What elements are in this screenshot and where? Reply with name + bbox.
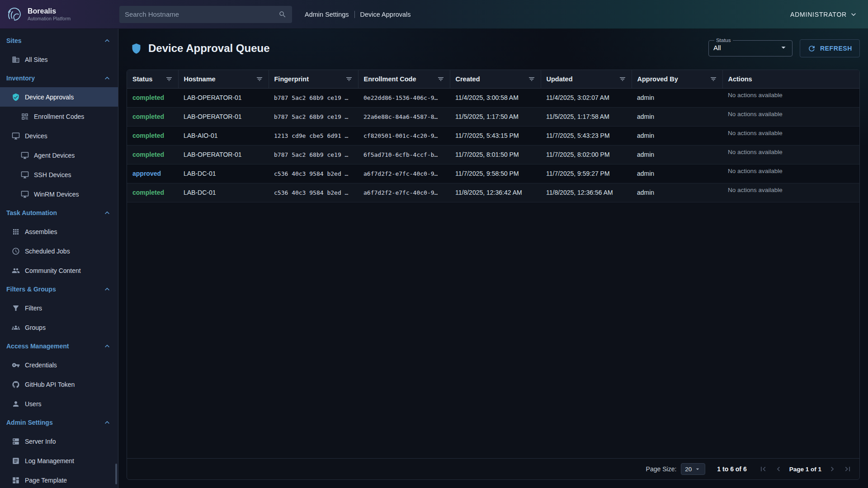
table-body: completedLAB-OPERATOR-01b787 5ac2 68b9 c… [127, 88, 859, 202]
chevron-right-icon [828, 465, 837, 474]
sidebar-item-groups[interactable]: Groups [0, 318, 118, 337]
page-size-label: Page Size: [646, 465, 677, 473]
sidebar-item-filters[interactable]: Filters [0, 298, 118, 318]
status-cell: completed [127, 107, 178, 126]
sidebar-item-log-management[interactable]: Log Management [0, 451, 118, 470]
sidebar-item-page-template[interactable]: Page Template [0, 470, 118, 488]
updated-cell: 11/5/2025, 1:17:58 AM [541, 107, 632, 126]
sidebar-item-credentials[interactable]: Credentials [0, 355, 118, 375]
fingerprint-cell: b787 5ac2 68b9 ce19 … [269, 88, 358, 107]
status-cell: approved [127, 164, 178, 183]
brand-text: Borealis Automation Platform [28, 7, 71, 21]
last-page-button[interactable] [843, 465, 852, 474]
apps-icon [12, 228, 20, 236]
table-row[interactable]: completedLAB-OPERATOR-01b787 5ac2 68b9 c… [127, 107, 859, 126]
sidebar-item-community-content[interactable]: Community Content [0, 261, 118, 280]
fingerprint-cell: b787 5ac2 68b9 ce19 … [269, 107, 358, 126]
table-row[interactable]: completedLAB-AIO-011213 cd9e cbe5 6d91 …… [127, 126, 859, 145]
search-box[interactable] [119, 6, 292, 23]
sidebar-section-label: Access Management [6, 343, 69, 350]
table-row[interactable]: completedLAB-DC-01c536 40c3 9584 b2ed …a… [127, 183, 859, 202]
column-header-created[interactable]: Created [450, 70, 541, 88]
filter-icon [165, 75, 173, 83]
sidebar-section-access-management[interactable]: Access Management [0, 337, 118, 355]
sidebar-item-winrm-devices[interactable]: WinRM Devices [0, 184, 118, 204]
row-range-text: 1 to 6 of 6 [717, 465, 746, 473]
updated-cell: 11/8/2025, 12:36:56 AM [541, 183, 632, 202]
sidebar-section-filters-groups[interactable]: Filters & Groups [0, 280, 118, 298]
previous-page-button[interactable] [774, 465, 783, 474]
sidebar-item-device-approvals[interactable]: Device Approvals [0, 87, 118, 107]
column-header-fingerprint[interactable]: Fingerprint [269, 70, 358, 88]
next-page-button[interactable] [828, 465, 837, 474]
sidebar-item-enrollment-codes[interactable]: Enrollment Codes [0, 107, 118, 126]
actions-cell: No actions available [722, 145, 859, 164]
column-label: Hostname [184, 75, 216, 83]
actions-cell: No actions available [722, 88, 859, 107]
fingerprint-cell: b787 5ac2 68b9 ce19 … [269, 145, 358, 164]
article-icon [12, 457, 20, 465]
status-cell: completed [127, 88, 178, 107]
breadcrumb-section[interactable]: Admin Settings [305, 11, 349, 18]
column-header-status[interactable]: Status [127, 70, 178, 88]
refresh-button[interactable]: REFRESH [800, 39, 860, 57]
sidebar-item-ssh-devices[interactable]: SSH Devices [0, 165, 118, 184]
column-header-actions[interactable]: Actions [722, 70, 859, 88]
sidebar-item-all-sites[interactable]: All Sites [0, 50, 118, 69]
column-label: Approved By [637, 75, 678, 83]
sidebar-item-label: Users [25, 400, 42, 408]
sidebar-item-devices[interactable]: Devices [0, 126, 118, 145]
key-icon [12, 361, 20, 369]
sidebar-item-label: Server Info [25, 438, 56, 445]
column-header-enrollment-code[interactable]: Enrollment Code [358, 70, 450, 88]
table-row[interactable]: approvedLAB-DC-01c536 40c3 9584 b2ed …a6… [127, 164, 859, 183]
borealis-logo-icon [5, 5, 24, 24]
filter-icon [437, 75, 444, 83]
sidebar-item-label: Devices [25, 132, 47, 140]
page-size-group: Page Size: 20 [646, 463, 706, 475]
actions-cell: No actions available [722, 164, 859, 183]
breadcrumb-page: Device Approvals [360, 11, 411, 18]
sidebar-section-label: Inventory [6, 75, 35, 82]
last-page-icon [843, 465, 852, 474]
enrollment-code-cell: a6f7d2f2-e7fc-40c0-9… [358, 164, 450, 183]
updated-cell: 11/7/2025, 5:43:23 PM [541, 126, 632, 145]
sidebar-item-server-info[interactable]: Server Info [0, 432, 118, 451]
first-page-button[interactable] [759, 465, 768, 474]
column-label: Created [456, 75, 480, 83]
sidebar-section-task-automation[interactable]: Task Automation [0, 204, 118, 222]
sidebar-scrollbar[interactable] [115, 464, 117, 484]
table-header-row: StatusHostnameFingerprintEnrollment Code… [127, 70, 859, 88]
sidebar-section-sites[interactable]: Sites [0, 32, 118, 50]
sidebar-section-inventory[interactable]: Inventory [0, 69, 118, 87]
sidebar-item-agent-devices[interactable]: Agent Devices [0, 145, 118, 165]
sidebar-item-label: GitHub API Token [25, 381, 75, 388]
column-header-updated[interactable]: Updated [541, 70, 632, 88]
clock-icon [12, 247, 20, 255]
updated-cell: 11/4/2025, 3:02:07 AM [541, 88, 632, 107]
sidebar-item-scheduled-jobs[interactable]: Scheduled Jobs [0, 241, 118, 261]
status-filter-select[interactable]: Status All [708, 38, 793, 56]
sidebar-item-github-api-token[interactable]: GitHub API Token [0, 375, 118, 394]
breadcrumb: Admin Settings Device Approvals [305, 11, 411, 18]
sidebar-item-label: Enrollment Codes [34, 113, 84, 120]
enrollment-code-cell: 22a6e88c-84a6-4587-8… [358, 107, 450, 126]
breadcrumb-separator [354, 11, 355, 18]
search-input[interactable] [125, 10, 275, 18]
status-cell: completed [127, 145, 178, 164]
column-header-approved-by[interactable]: Approved By [632, 70, 722, 88]
sidebar-item-label: WinRM Devices [34, 191, 79, 198]
sidebar-item-users[interactable]: Users [0, 394, 118, 413]
user-menu[interactable]: ADMINISTRATOR [790, 10, 858, 19]
table-row[interactable]: completedLAB-OPERATOR-01b787 5ac2 68b9 c… [127, 88, 859, 107]
sidebar-section-admin-settings[interactable]: Admin Settings [0, 413, 118, 432]
sidebar-item-assemblies[interactable]: Assemblies [0, 222, 118, 241]
dropdown-arrow-icon [694, 465, 701, 473]
sidebar-section-label: Task Automation [6, 209, 57, 216]
column-header-hostname[interactable]: Hostname [178, 70, 269, 88]
monitor-icon [21, 171, 29, 179]
approved-by-cell: admin [632, 145, 722, 164]
page-size-select[interactable]: 20 [681, 463, 705, 475]
fingerprint-cell: c536 40c3 9584 b2ed … [269, 183, 358, 202]
table-row[interactable]: completedLAB-OPERATOR-01b787 5ac2 68b9 c… [127, 145, 859, 164]
